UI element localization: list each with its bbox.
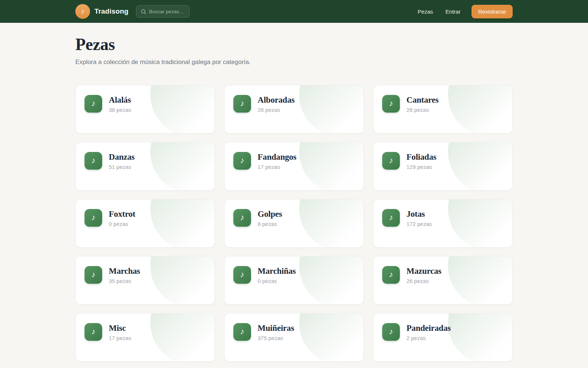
category-card[interactable]: ♪ Mazurcas 26 pezas	[373, 256, 513, 305]
music-note-icon: ♪	[92, 99, 96, 107]
category-count: 17 pezas	[109, 335, 131, 341]
music-note-icon: ♪	[389, 99, 393, 107]
category-text: Marchas 35 pezas	[109, 266, 140, 284]
category-name: Mazurcas	[406, 266, 441, 276]
category-tile: ♪	[382, 323, 400, 341]
corner-decoration	[299, 256, 364, 305]
category-text: Alalás 38 pezas	[109, 95, 131, 113]
category-tile: ♪	[382, 152, 400, 170]
category-card[interactable]: ♪ Fandangos 17 pezas	[224, 142, 364, 191]
category-card[interactable]: ♪ Foliadas 129 pezas	[373, 142, 513, 191]
category-text: Mazurcas 26 pezas	[406, 266, 441, 284]
category-card[interactable]: ♪ Golpes 8 pezas	[224, 199, 364, 248]
nav-link-pezas[interactable]: Pezas	[418, 8, 433, 15]
category-name: Misc	[109, 323, 131, 333]
category-text: Muiñeiras 375 pezas	[258, 323, 294, 341]
category-count: 26 pezas	[406, 278, 441, 284]
category-card[interactable]: ♪ Danzas 51 pezas	[75, 142, 215, 191]
category-tile: ♪	[233, 95, 251, 113]
category-name: Jotas	[406, 209, 432, 219]
main-content: Pezas Explora a colección de música trad…	[75, 23, 513, 368]
category-name: Fandangos	[258, 152, 297, 162]
category-card[interactable]: ♪ Alalás 38 pezas	[75, 85, 215, 134]
category-count: 2 pezas	[406, 335, 451, 341]
category-count: 0 pezas	[109, 221, 135, 227]
corner-decoration	[150, 85, 215, 134]
category-tile: ♪	[85, 266, 102, 284]
music-note-icon: ♪	[81, 8, 85, 15]
music-note-icon: ♪	[92, 270, 96, 279]
category-grid: ♪ Alalás 38 pezas ♪ Alboradas 28 pezas ♪…	[75, 85, 513, 368]
category-count: 28 pezas	[258, 107, 294, 113]
brand-name[interactable]: Tradisong	[94, 7, 129, 15]
category-text: Foliadas 129 pezas	[406, 152, 436, 170]
category-tile: ♪	[382, 95, 400, 113]
category-tile: ♪	[382, 209, 400, 227]
category-count: 28 pezas	[406, 107, 438, 113]
category-count: 129 pezas	[406, 164, 436, 170]
category-card[interactable]: ♪ Marchiñas 0 pezas	[224, 256, 364, 305]
category-card[interactable]: ♪ Foxtrot 0 pezas	[75, 199, 215, 248]
corner-decoration	[150, 142, 215, 191]
category-card[interactable]: ♪ Marchas 35 pezas	[75, 256, 215, 305]
music-note-icon: ♪	[389, 328, 393, 336]
search-box[interactable]	[136, 5, 190, 18]
category-count: 8 pezas	[258, 221, 282, 227]
search-input[interactable]	[149, 9, 185, 14]
category-tile: ♪	[85, 152, 102, 170]
category-card[interactable]: ♪ Alboradas 28 pezas	[224, 85, 364, 134]
corner-decoration	[299, 142, 364, 191]
category-text: Foxtrot 0 pezas	[109, 209, 135, 227]
category-name: Marchas	[109, 266, 140, 276]
page-subtitle: Explora a colección de música tradiciona…	[75, 59, 513, 66]
category-name: Marchiñas	[258, 266, 296, 276]
brand-logo[interactable]: ♪	[75, 4, 90, 19]
corner-decoration	[150, 199, 215, 248]
category-text: Pandeiradas 2 pezas	[406, 323, 451, 341]
category-text: Misc 17 pezas	[109, 323, 131, 341]
category-name: Foxtrot	[109, 209, 135, 219]
category-card[interactable]: ♪ Misc 17 pezas	[75, 313, 215, 362]
nav-link-entrar[interactable]: Entrar	[445, 8, 460, 15]
category-tile: ♪	[233, 209, 251, 227]
category-card[interactable]: ♪ Cantares 28 pezas	[373, 85, 513, 134]
category-text: Fandangos 17 pezas	[258, 152, 297, 170]
music-note-icon: ♪	[389, 213, 393, 222]
music-note-icon: ♪	[389, 270, 393, 279]
register-button[interactable]: Rexistrarse	[472, 5, 513, 18]
category-tile: ♪	[85, 95, 102, 113]
corner-decoration	[150, 256, 215, 305]
category-count: 0 pezas	[258, 278, 296, 284]
category-text: Alboradas 28 pezas	[258, 95, 294, 113]
music-note-icon: ♪	[92, 156, 96, 164]
music-note-icon: ♪	[92, 328, 96, 336]
category-name: Alboradas	[258, 95, 294, 105]
category-count: 35 pezas	[109, 278, 140, 284]
category-card[interactable]: ♪ Jotas 172 pezas	[373, 199, 513, 248]
corner-decoration	[150, 313, 215, 362]
category-count: 38 pezas	[109, 107, 131, 113]
category-card[interactable]: ♪ Muiñeiras 375 pezas	[224, 313, 364, 362]
category-name: Pandeiradas	[406, 323, 451, 333]
category-count: 172 pezas	[406, 221, 432, 227]
category-name: Alalás	[109, 95, 131, 105]
category-count: 375 pezas	[258, 335, 294, 341]
corner-decoration	[448, 256, 513, 305]
category-name: Muiñeiras	[258, 323, 294, 333]
category-text: Jotas 172 pezas	[406, 209, 432, 227]
category-tile: ♪	[233, 266, 251, 284]
category-name: Foliadas	[406, 152, 436, 162]
category-tile: ♪	[382, 266, 400, 284]
category-name: Cantares	[406, 95, 438, 105]
category-tile: ♪	[85, 323, 102, 341]
page-title: Pezas	[75, 36, 513, 53]
header-nav: Pezas Entrar	[418, 8, 461, 15]
category-card[interactable]: ♪ Pandeiradas 2 pezas	[373, 313, 513, 362]
category-name: Danzas	[109, 152, 135, 162]
category-text: Golpes 8 pezas	[258, 209, 282, 227]
corner-decoration	[448, 313, 513, 362]
corner-decoration	[448, 142, 513, 191]
category-count: 17 pezas	[258, 164, 297, 170]
music-note-icon: ♪	[92, 213, 96, 222]
page-intro: Pezas Explora a colección de música trad…	[75, 23, 513, 66]
